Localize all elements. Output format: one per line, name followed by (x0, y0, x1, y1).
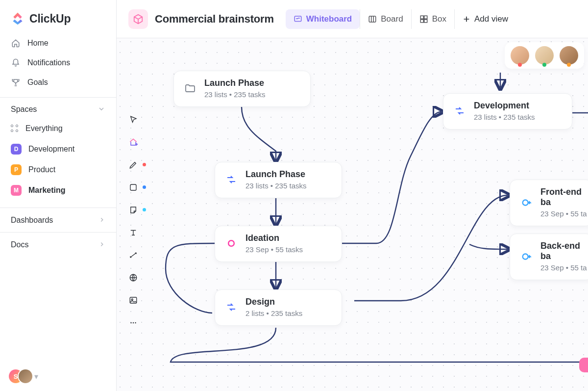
tab-label: Whiteboard (306, 14, 352, 24)
nav-home[interactable]: Home (5, 33, 111, 53)
board-icon (368, 15, 377, 24)
svg-point-11 (133, 322, 134, 323)
text-icon[interactable] (125, 225, 141, 240)
nav-notifications[interactable]: Notifications (5, 53, 111, 73)
svg-point-13 (228, 240, 234, 246)
card-development[interactable]: Development 23 lists • 235 tasks (443, 93, 572, 130)
space-development[interactable]: D Development (5, 139, 111, 159)
home-plus-icon[interactable] (125, 134, 141, 150)
app-logo[interactable]: ClickUp (0, 0, 116, 33)
card-design[interactable]: Design 2 lists • 235 tasks (215, 289, 342, 326)
collaborator-strip[interactable] (505, 42, 584, 69)
tab-box[interactable]: Box (411, 9, 454, 29)
spaces-header-label: Spaces (11, 105, 37, 114)
card-meta: 23 Sep • 55 tasks (245, 245, 303, 254)
space-marketing[interactable]: M Marketing (5, 180, 111, 201)
svg-point-15 (523, 254, 528, 259)
svg-rect-3 (424, 16, 427, 19)
cursor-icon[interactable] (125, 112, 141, 128)
card-title: Launch Phase (245, 169, 306, 180)
nav-notifications-label: Notifications (27, 58, 70, 67)
spaces-header[interactable]: Spaces (0, 97, 116, 118)
svg-point-9 (131, 299, 133, 300)
card-title: Front-end ba (540, 187, 588, 208)
card-title: Back-end ba (540, 241, 588, 261)
tab-whiteboard[interactable]: Whiteboard (286, 9, 360, 29)
card-meta: 2 lists • 235 tasks (245, 309, 302, 317)
card-meta: 23 lists • 235 tasks (474, 113, 535, 121)
edge-handle[interactable] (579, 358, 588, 372)
svg-rect-6 (130, 184, 136, 190)
svg-point-10 (130, 322, 131, 323)
svg-rect-2 (420, 16, 423, 19)
svg-rect-4 (420, 19, 423, 22)
card-meta: 23 lists • 235 tasks (204, 90, 265, 99)
card-launch-sprint[interactable]: Launch Phase 23 lists • 235 tasks (215, 162, 342, 198)
card-launch-folder[interactable]: Launch Phase 23 lists • 235 tasks (173, 71, 311, 107)
sticky-icon[interactable] (125, 202, 141, 218)
space-badge: P (11, 164, 22, 175)
whiteboard-canvas[interactable]: .collab-av:nth-child(1)::after{backgroun… (117, 38, 588, 391)
svg-rect-8 (130, 297, 137, 303)
card-backend[interactable]: Back-end ba 23 Sep • 55 ta (510, 234, 588, 280)
space-label: Marketing (28, 186, 66, 195)
card-ideation[interactable]: Ideation 23 Sep • 55 tasks (215, 226, 342, 262)
space-badge: D (11, 144, 22, 155)
view-header: Commercial brainstorm Whiteboard Board B… (117, 0, 588, 38)
globe-icon[interactable] (125, 270, 141, 286)
section-dashboards[interactable]: Dashboards (0, 208, 116, 232)
section-docs[interactable]: Docs (0, 232, 116, 257)
card-meta: 23 Sep • 55 ta (540, 263, 588, 272)
sprint-icon (453, 104, 466, 117)
tab-board[interactable]: Board (360, 9, 411, 29)
nav-goals-label: Goals (27, 78, 48, 87)
sprint-icon (225, 301, 238, 313)
primary-nav: Home Notifications Goals (0, 33, 116, 92)
card-title: Ideation (245, 233, 303, 243)
user-switcher[interactable]: S ▾ (0, 362, 116, 391)
home-icon (11, 38, 21, 48)
pen-icon[interactable] (125, 157, 141, 173)
space-everything[interactable]: Everything (5, 118, 111, 139)
page-type-icon (128, 9, 148, 29)
card-title: Design (245, 297, 302, 307)
bell-icon (11, 58, 21, 68)
card-frontend[interactable]: Front-end ba 23 Sep • 55 ta (510, 180, 588, 226)
everything-icon (11, 125, 19, 132)
tool-rail (123, 112, 143, 331)
caret-down-icon: ▾ (34, 372, 38, 381)
space-badge: M (11, 185, 22, 196)
card-meta: 23 lists • 235 tasks (245, 182, 306, 190)
nav-home-label: Home (27, 39, 49, 48)
connector-icon[interactable] (125, 247, 141, 263)
svg-rect-1 (369, 16, 376, 22)
square-icon[interactable] (125, 180, 141, 195)
sidebar: ClickUp Home Notifications Goals Spaces … (0, 0, 117, 391)
trophy-icon (11, 78, 21, 87)
avatar[interactable] (560, 46, 578, 65)
card-title: Development (474, 101, 535, 111)
clickup-logo-icon (11, 12, 24, 26)
whiteboard-icon (294, 15, 302, 24)
tab-label: Box (432, 14, 446, 24)
add-view-label: Add view (474, 14, 508, 24)
task-icon (520, 250, 533, 263)
card-meta: 23 Sep • 55 ta (540, 209, 588, 218)
folder-icon (184, 82, 196, 95)
add-view-button[interactable]: Add view (454, 9, 516, 29)
spaces-list: Everything D Development P Product M Mar… (0, 118, 116, 201)
chevron-right-icon (98, 216, 105, 225)
space-label: Product (28, 165, 55, 174)
page-title: Commercial brainstorm (155, 13, 274, 26)
space-product[interactable]: P Product (5, 159, 111, 180)
task-icon (520, 196, 533, 209)
chevron-right-icon (98, 241, 105, 250)
avatar[interactable] (535, 46, 554, 65)
circle-open-icon (225, 237, 238, 250)
avatar[interactable] (511, 46, 529, 65)
more-icon[interactable] (125, 315, 141, 331)
svg-rect-5 (424, 19, 427, 22)
svg-point-12 (135, 322, 136, 323)
image-icon[interactable] (125, 292, 141, 308)
nav-goals[interactable]: Goals (5, 73, 111, 92)
